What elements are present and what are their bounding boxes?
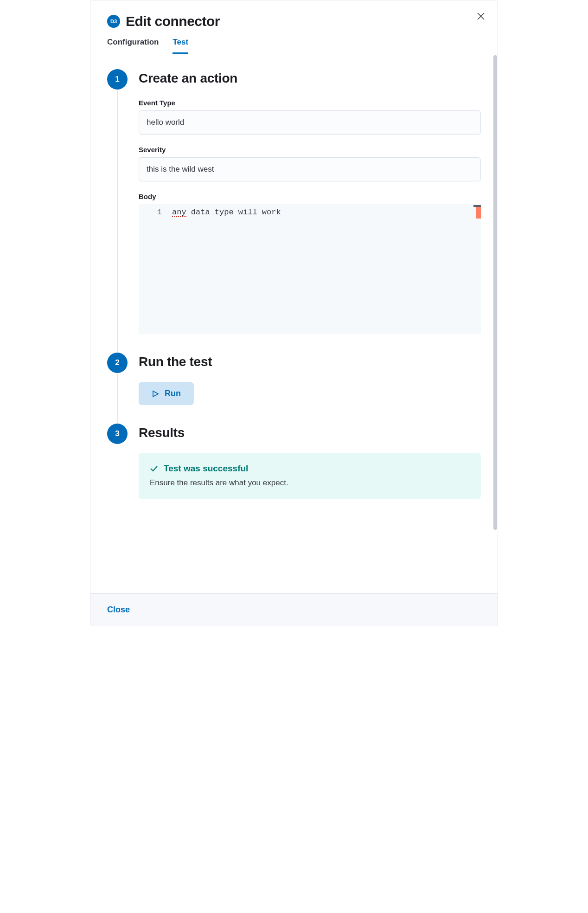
run-button[interactable]: Run: [139, 382, 194, 405]
body-label: Body: [139, 193, 481, 200]
step-title: Create an action: [139, 71, 481, 86]
step-number-badge: 3: [107, 424, 128, 444]
page-title: Edit connector: [126, 13, 220, 29]
step-create-action: 1 Create an action Event Type Severity B…: [107, 69, 481, 353]
step-rail: 3: [107, 424, 128, 503]
code-area[interactable]: any data type will work: [168, 204, 481, 334]
step-title: Run the test: [139, 354, 481, 369]
scrollbar-thumb[interactable]: [493, 55, 497, 530]
code-text: data type will work: [186, 208, 281, 217]
severity-label: Severity: [139, 146, 481, 154]
step-rail: 1: [107, 69, 128, 353]
close-icon[interactable]: [474, 10, 487, 23]
code-gutter: 1: [139, 204, 168, 334]
play-icon: [152, 390, 159, 398]
step-content: Run the test Run: [139, 353, 481, 424]
result-description: Ensure the results are what you expect.: [150, 478, 470, 488]
svg-marker-2: [153, 391, 158, 397]
step-run-test: 2 Run the test Run: [107, 353, 481, 424]
modal-header: D3 Edit connector Configuration Test: [90, 0, 498, 54]
title-row: D3 Edit connector: [107, 13, 481, 29]
step-connector-line: [117, 374, 118, 423]
step-connector-line: [117, 90, 118, 352]
editor-marker-icon: [476, 206, 481, 219]
event-type-label: Event Type: [139, 99, 481, 107]
edit-connector-modal: D3 Edit connector Configuration Test 1 C…: [90, 0, 498, 626]
step-content: Create an action Event Type Severity Bod…: [139, 69, 481, 353]
severity-input[interactable]: [139, 157, 481, 181]
result-box: Test was successful Ensure the results a…: [139, 453, 481, 499]
modal-footer: Close: [90, 593, 498, 626]
body-code-editor[interactable]: 1 any data type will work: [139, 204, 481, 334]
step-rail: 2: [107, 353, 128, 424]
scrollbar[interactable]: [493, 54, 498, 593]
result-title: Test was successful: [164, 463, 248, 474]
step-results: 3 Results Test was successful Ensure the…: [107, 424, 481, 503]
step-content: Results Test was successful Ensure the r…: [139, 424, 481, 503]
spellcheck-underline: any: [172, 208, 186, 217]
step-number-badge: 2: [107, 353, 128, 373]
check-icon: [150, 464, 158, 473]
modal-body: 1 Create an action Event Type Severity B…: [90, 54, 498, 593]
result-head: Test was successful: [150, 463, 470, 474]
tabs: Configuration Test: [90, 38, 498, 54]
step-title: Results: [139, 425, 481, 440]
tab-test[interactable]: Test: [173, 38, 188, 54]
d3-logo-icon: D3: [107, 15, 120, 28]
event-type-input[interactable]: [139, 110, 481, 135]
close-button[interactable]: Close: [107, 605, 130, 614]
line-number: 1: [139, 208, 162, 217]
step-number-badge: 1: [107, 69, 128, 90]
tab-configuration[interactable]: Configuration: [107, 38, 159, 54]
run-button-label: Run: [165, 389, 181, 399]
